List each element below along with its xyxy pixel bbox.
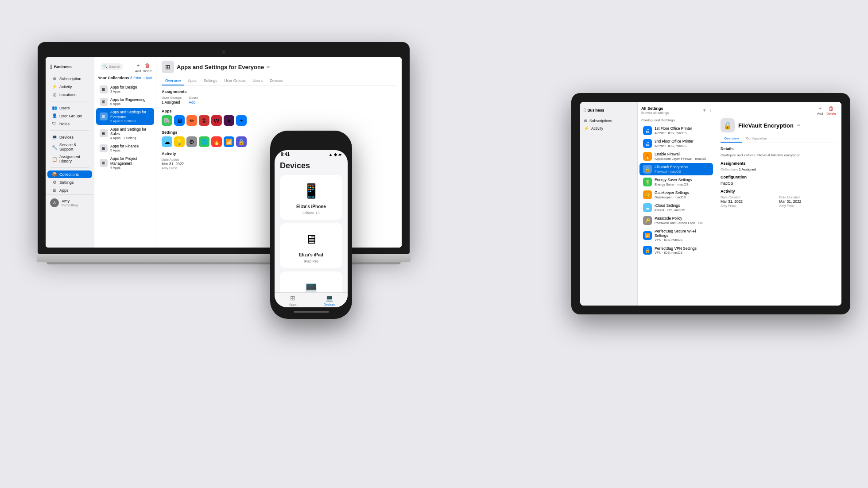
sort-button[interactable]: ↕ Sort (143, 76, 152, 80)
sidebar-item-locations[interactable]: ◎ Locations (47, 91, 92, 98)
item-icon-pm: ⊞ (100, 159, 108, 167)
iphone-tab-devices[interactable]: 💻 Devices (311, 294, 348, 306)
ipad-setting-wifi[interactable]: 📶 PerfectBag Secure Wi-Fi Settings VPN ·… (639, 227, 713, 244)
ipad-middle-panel: All Settings Browse all settings ⧩ ↕ Con… (638, 102, 715, 306)
ipad-tab-overview[interactable]: Overview (721, 135, 742, 143)
ipad-sidebar-activity[interactable]: ⚡ Activity (580, 124, 637, 132)
list-item-everyone[interactable]: ⊞ Apps and Settings for Everyone 9 Apps … (96, 108, 154, 124)
ipad-filevault-icon: 🔒 (643, 165, 652, 174)
ipad-collections-label: Collections (721, 167, 738, 171)
app-icon-6: # (224, 115, 234, 126)
list-item-pm[interactable]: ⊞ Apps for Project Management 4 Apps (96, 155, 154, 171)
ipad-setting-passcode[interactable]: 🔑 Passcode Policy Password and Screen Lo… (639, 214, 713, 227)
tab-apps[interactable]: Apps (184, 77, 200, 85)
item-name-sales: Apps and Settings for Sales (110, 127, 151, 136)
ipad-mid-title: All Settings (641, 106, 669, 111)
ipad-setting-filevault[interactable]: 🔒 FileVault Encryption FileVault · macOS (639, 163, 713, 175)
tab-devices[interactable]: Devices (266, 77, 287, 85)
ipad-gatekeeper-icon: 🔐 (643, 190, 652, 199)
user-groups-assign: User Groups 1 Assigned (162, 96, 182, 105)
sidebar-item-collections[interactable]: 📦 Collections (47, 170, 92, 178)
apps-icon: ⊞ (52, 188, 57, 193)
apps-tab-icon: ⊞ (290, 294, 295, 302)
ipad-activity-section: Activity Date Created Mar 31, 2022 Amy F… (721, 189, 836, 208)
ipad-details-text: Configure and enforce FileVault full-dis… (721, 153, 836, 158)
ipad-gatekeeper-text: Gatekeeper Settings Gatekeeper · macOS (655, 190, 689, 199)
ipad-setting-gatekeeper[interactable]: 🔐 Gatekeeper Settings Gatekeeper · macOS (639, 189, 713, 201)
sidebar-item-apps[interactable]: ⊞ Apps (47, 186, 92, 194)
tab-user-groups[interactable]: User Groups (221, 77, 249, 85)
item-text-finance: Apps for Finance 5 Apps (110, 144, 151, 152)
tab-overview[interactable]: Overview (162, 77, 184, 85)
assignments-section: Assignments User Groups 1 Assigned Users (162, 89, 396, 105)
ipad-sidebar-subscriptions[interactable]: ⊕ Subscriptions (580, 117, 637, 124)
ipad-filter-button[interactable]: ⧩ (703, 108, 706, 113)
ipad-setting-energy[interactable]: 🔋 Energy Saver Settings Energy Saver · m… (639, 176, 713, 188)
list-item-finance[interactable]: ⊞ Apps for Finance 5 Apps (96, 142, 154, 154)
setting-icon-1: ☁ (162, 136, 172, 147)
tab-settings[interactable]: Settings (200, 77, 221, 85)
ipad-setting-firewall[interactable]: 🔥 Enable Firewall Application Layer Fire… (639, 150, 713, 163)
ipad-add-button[interactable]: + Add (817, 105, 823, 116)
user-bar: A Amy PerfectBag (46, 194, 94, 210)
ipad-setting-vpn[interactable]: 🔒 PerfectBag VPN Settings VPN · iOS, mac… (639, 244, 713, 256)
app-icon-3: ✏ (186, 115, 197, 126)
macbook-camera-bar (46, 50, 402, 54)
device-card-iphone[interactable]: 📱 Eliza's iPhone iPhone 13 (280, 175, 342, 220)
sidebar-item-devices[interactable]: 💻 Devices (47, 133, 92, 141)
sidebar-item-activity[interactable]: ⚡ Activity (47, 83, 92, 90)
item-icon-finance: ⊞ (100, 144, 108, 152)
ipad-tab-configuration[interactable]: Configuration (742, 135, 771, 143)
sidebar-label-roles: Roles (59, 122, 70, 126)
ipad-printer2-icon: 🖨 (643, 139, 652, 148)
list-item-design[interactable]: ⊞ Apps for Design 3 Apps (96, 83, 154, 95)
list-item-engineering[interactable]: ⊞ Apps for Engineering 6 Apps (96, 96, 154, 108)
ipad-content-detail: + Add 🗑 Delete 🔒 FileVault Encryption (715, 102, 841, 306)
item-sub-finance: 5 Apps (110, 148, 151, 152)
list-item-sales[interactable]: ⊞ Apps and Settings for Sales 4 Apps · 1… (96, 125, 154, 142)
add-button[interactable]: + Add (135, 62, 141, 73)
sidebar-item-assignment-history[interactable]: 📋 Assignment History (47, 153, 92, 165)
iphone-tab-apps[interactable]: ⊞ Apps (275, 294, 311, 306)
edit-pencil-icon[interactable]: ✏ (267, 65, 270, 70)
ipad-setting-icloud[interactable]: ☁ iCloud Settings iCloud · iOS, macOS (639, 201, 713, 214)
device-img-iphone: 📱 (302, 179, 321, 202)
ipad-edit-icon[interactable]: ✏ (797, 123, 801, 128)
ipad-printer1-icon: 🖨 (643, 126, 652, 135)
ipad-updated-label: Date Updated (779, 195, 837, 199)
ipad-apple-icon:  (584, 107, 585, 113)
device-card-ipad[interactable]: 🖥 Eliza's iPad iPad Pro (280, 223, 342, 268)
delete-button[interactable]: 🗑 Delete (143, 62, 152, 73)
setting-icon-2: 💡 (174, 136, 185, 147)
sidebar-item-roles[interactable]: 🛡 Roles (47, 120, 92, 128)
locations-icon: ◎ (52, 92, 57, 97)
ipad-sub-icon: ⊕ (584, 118, 587, 123)
ipad-app:  Business ⊕ Subscriptions ⚡ Activity (580, 102, 841, 306)
users-add-button[interactable]: Add (189, 100, 198, 105)
device-card-macbook[interactable]: 💻 Eliza's MacBook MacBook Pro 14" (280, 271, 342, 292)
sidebar-item-user-groups[interactable]: 👤 User Groups (47, 112, 92, 120)
ipad-collections-assign: Collections 1 Assigned (721, 167, 836, 171)
ipad-setting-printer1[interactable]: 🖨 1st Floor Office Printer AirPrint · iO… (639, 124, 713, 137)
icloud-sub: iCloud · iOS, macOS (655, 208, 685, 212)
assignments-label: Assignments (162, 89, 396, 94)
ipad-setting-printer2[interactable]: 🖨 2nd Floor Office Printer AirPrint · iO… (639, 137, 713, 150)
ipad-sort-button[interactable]: ↕ (709, 108, 711, 113)
device-sub-iphone: iPhone 13 (302, 211, 319, 215)
sidebar-item-users[interactable]: 👥 Users (47, 104, 92, 112)
sidebar-item-subscription[interactable]: ⊕ Subscription (47, 75, 92, 82)
ipad-delete-button[interactable]: 🗑 Delete (826, 105, 836, 116)
subscription-icon: ⊕ (52, 76, 57, 81)
apps-section-label: Apps (162, 109, 396, 113)
item-text-engineering: Apps for Engineering 6 Apps (110, 97, 151, 106)
tab-users[interactable]: Users (249, 77, 266, 85)
device-img-ipad: 🖥 (302, 228, 321, 251)
search-bar[interactable]: 🔍 Search (101, 63, 123, 70)
sidebar-item-settings[interactable]: ⚙ Settings (47, 178, 92, 186)
icloud-name: iCloud Settings (655, 203, 685, 208)
ipad-icloud-icon: ☁ (643, 203, 652, 212)
ug-value: 1 Assigned (162, 100, 182, 105)
users-label: Users (189, 96, 198, 100)
sidebar-item-service-support[interactable]: 🔧 Service & Support (47, 141, 92, 153)
filter-button[interactable]: ⧩ Filter (129, 76, 141, 80)
